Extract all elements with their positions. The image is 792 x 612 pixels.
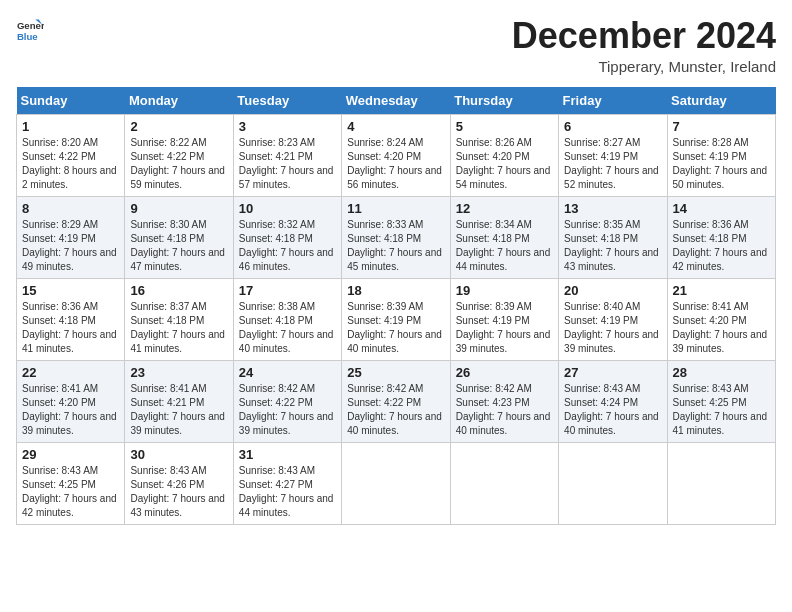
calendar-week-row: 8Sunrise: 8:29 AMSunset: 4:19 PMDaylight…	[17, 196, 776, 278]
day-info: Sunrise: 8:38 AMSunset: 4:18 PMDaylight:…	[239, 300, 336, 356]
day-info: Sunrise: 8:30 AMSunset: 4:18 PMDaylight:…	[130, 218, 227, 274]
day-number: 26	[456, 365, 553, 380]
calendar-day-cell: 23Sunrise: 8:41 AMSunset: 4:21 PMDayligh…	[125, 360, 233, 442]
calendar-table: SundayMondayTuesdayWednesdayThursdayFrid…	[16, 87, 776, 525]
day-number: 11	[347, 201, 444, 216]
day-info: Sunrise: 8:22 AMSunset: 4:22 PMDaylight:…	[130, 136, 227, 192]
day-info: Sunrise: 8:39 AMSunset: 4:19 PMDaylight:…	[347, 300, 444, 356]
day-info: Sunrise: 8:36 AMSunset: 4:18 PMDaylight:…	[673, 218, 770, 274]
weekday-header: Monday	[125, 87, 233, 115]
calendar-day-cell: 10Sunrise: 8:32 AMSunset: 4:18 PMDayligh…	[233, 196, 341, 278]
location-subtitle: Tipperary, Munster, Ireland	[512, 58, 776, 75]
day-info: Sunrise: 8:33 AMSunset: 4:18 PMDaylight:…	[347, 218, 444, 274]
calendar-day-cell: 25Sunrise: 8:42 AMSunset: 4:22 PMDayligh…	[342, 360, 450, 442]
calendar-week-row: 15Sunrise: 8:36 AMSunset: 4:18 PMDayligh…	[17, 278, 776, 360]
calendar-day-cell: 17Sunrise: 8:38 AMSunset: 4:18 PMDayligh…	[233, 278, 341, 360]
calendar-day-cell: 12Sunrise: 8:34 AMSunset: 4:18 PMDayligh…	[450, 196, 558, 278]
day-number: 29	[22, 447, 119, 462]
calendar-day-cell: 19Sunrise: 8:39 AMSunset: 4:19 PMDayligh…	[450, 278, 558, 360]
calendar-day-cell: 16Sunrise: 8:37 AMSunset: 4:18 PMDayligh…	[125, 278, 233, 360]
day-info: Sunrise: 8:43 AMSunset: 4:26 PMDaylight:…	[130, 464, 227, 520]
weekday-header: Wednesday	[342, 87, 450, 115]
day-info: Sunrise: 8:29 AMSunset: 4:19 PMDaylight:…	[22, 218, 119, 274]
calendar-day-cell: 21Sunrise: 8:41 AMSunset: 4:20 PMDayligh…	[667, 278, 775, 360]
calendar-day-cell: 26Sunrise: 8:42 AMSunset: 4:23 PMDayligh…	[450, 360, 558, 442]
day-number: 12	[456, 201, 553, 216]
day-number: 10	[239, 201, 336, 216]
day-number: 2	[130, 119, 227, 134]
calendar-day-cell: 29Sunrise: 8:43 AMSunset: 4:25 PMDayligh…	[17, 442, 125, 524]
month-title: December 2024	[512, 16, 776, 56]
day-info: Sunrise: 8:39 AMSunset: 4:19 PMDaylight:…	[456, 300, 553, 356]
calendar-day-cell	[450, 442, 558, 524]
day-number: 7	[673, 119, 770, 134]
calendar-day-cell: 5Sunrise: 8:26 AMSunset: 4:20 PMDaylight…	[450, 114, 558, 196]
day-info: Sunrise: 8:35 AMSunset: 4:18 PMDaylight:…	[564, 218, 661, 274]
calendar-week-row: 29Sunrise: 8:43 AMSunset: 4:25 PMDayligh…	[17, 442, 776, 524]
day-info: Sunrise: 8:23 AMSunset: 4:21 PMDaylight:…	[239, 136, 336, 192]
calendar-day-cell: 7Sunrise: 8:28 AMSunset: 4:19 PMDaylight…	[667, 114, 775, 196]
calendar-day-cell: 4Sunrise: 8:24 AMSunset: 4:20 PMDaylight…	[342, 114, 450, 196]
day-info: Sunrise: 8:41 AMSunset: 4:20 PMDaylight:…	[673, 300, 770, 356]
day-info: Sunrise: 8:43 AMSunset: 4:27 PMDaylight:…	[239, 464, 336, 520]
day-info: Sunrise: 8:27 AMSunset: 4:19 PMDaylight:…	[564, 136, 661, 192]
logo: General Blue	[16, 16, 44, 44]
calendar-day-cell: 18Sunrise: 8:39 AMSunset: 4:19 PMDayligh…	[342, 278, 450, 360]
calendar-day-cell: 1Sunrise: 8:20 AMSunset: 4:22 PMDaylight…	[17, 114, 125, 196]
weekday-header: Sunday	[17, 87, 125, 115]
day-number: 19	[456, 283, 553, 298]
calendar-day-cell: 9Sunrise: 8:30 AMSunset: 4:18 PMDaylight…	[125, 196, 233, 278]
day-info: Sunrise: 8:43 AMSunset: 4:25 PMDaylight:…	[673, 382, 770, 438]
day-info: Sunrise: 8:42 AMSunset: 4:23 PMDaylight:…	[456, 382, 553, 438]
calendar-day-cell: 2Sunrise: 8:22 AMSunset: 4:22 PMDaylight…	[125, 114, 233, 196]
day-number: 5	[456, 119, 553, 134]
day-info: Sunrise: 8:24 AMSunset: 4:20 PMDaylight:…	[347, 136, 444, 192]
weekday-header: Friday	[559, 87, 667, 115]
day-info: Sunrise: 8:28 AMSunset: 4:19 PMDaylight:…	[673, 136, 770, 192]
day-number: 8	[22, 201, 119, 216]
calendar-day-cell: 8Sunrise: 8:29 AMSunset: 4:19 PMDaylight…	[17, 196, 125, 278]
weekday-header: Tuesday	[233, 87, 341, 115]
logo-icon: General Blue	[16, 16, 44, 44]
day-info: Sunrise: 8:42 AMSunset: 4:22 PMDaylight:…	[239, 382, 336, 438]
day-info: Sunrise: 8:43 AMSunset: 4:24 PMDaylight:…	[564, 382, 661, 438]
calendar-day-cell: 24Sunrise: 8:42 AMSunset: 4:22 PMDayligh…	[233, 360, 341, 442]
calendar-week-row: 1Sunrise: 8:20 AMSunset: 4:22 PMDaylight…	[17, 114, 776, 196]
calendar-day-cell	[342, 442, 450, 524]
svg-text:Blue: Blue	[17, 31, 38, 42]
day-number: 28	[673, 365, 770, 380]
page-header: General Blue December 2024 Tipperary, Mu…	[16, 16, 776, 75]
day-number: 25	[347, 365, 444, 380]
day-info: Sunrise: 8:37 AMSunset: 4:18 PMDaylight:…	[130, 300, 227, 356]
calendar-day-cell: 20Sunrise: 8:40 AMSunset: 4:19 PMDayligh…	[559, 278, 667, 360]
calendar-day-cell	[667, 442, 775, 524]
calendar-header: SundayMondayTuesdayWednesdayThursdayFrid…	[17, 87, 776, 115]
calendar-day-cell: 13Sunrise: 8:35 AMSunset: 4:18 PMDayligh…	[559, 196, 667, 278]
calendar-day-cell: 27Sunrise: 8:43 AMSunset: 4:24 PMDayligh…	[559, 360, 667, 442]
day-number: 1	[22, 119, 119, 134]
day-number: 18	[347, 283, 444, 298]
calendar-day-cell	[559, 442, 667, 524]
day-info: Sunrise: 8:43 AMSunset: 4:25 PMDaylight:…	[22, 464, 119, 520]
day-number: 3	[239, 119, 336, 134]
calendar-day-cell: 31Sunrise: 8:43 AMSunset: 4:27 PMDayligh…	[233, 442, 341, 524]
day-number: 14	[673, 201, 770, 216]
day-info: Sunrise: 8:42 AMSunset: 4:22 PMDaylight:…	[347, 382, 444, 438]
weekday-header: Thursday	[450, 87, 558, 115]
day-number: 17	[239, 283, 336, 298]
day-number: 4	[347, 119, 444, 134]
day-info: Sunrise: 8:26 AMSunset: 4:20 PMDaylight:…	[456, 136, 553, 192]
title-block: December 2024 Tipperary, Munster, Irelan…	[512, 16, 776, 75]
calendar-day-cell: 28Sunrise: 8:43 AMSunset: 4:25 PMDayligh…	[667, 360, 775, 442]
day-number: 15	[22, 283, 119, 298]
day-info: Sunrise: 8:32 AMSunset: 4:18 PMDaylight:…	[239, 218, 336, 274]
day-info: Sunrise: 8:36 AMSunset: 4:18 PMDaylight:…	[22, 300, 119, 356]
day-number: 24	[239, 365, 336, 380]
day-number: 22	[22, 365, 119, 380]
day-number: 16	[130, 283, 227, 298]
day-info: Sunrise: 8:20 AMSunset: 4:22 PMDaylight:…	[22, 136, 119, 192]
calendar-day-cell: 11Sunrise: 8:33 AMSunset: 4:18 PMDayligh…	[342, 196, 450, 278]
day-number: 27	[564, 365, 661, 380]
calendar-day-cell: 14Sunrise: 8:36 AMSunset: 4:18 PMDayligh…	[667, 196, 775, 278]
calendar-day-cell: 3Sunrise: 8:23 AMSunset: 4:21 PMDaylight…	[233, 114, 341, 196]
